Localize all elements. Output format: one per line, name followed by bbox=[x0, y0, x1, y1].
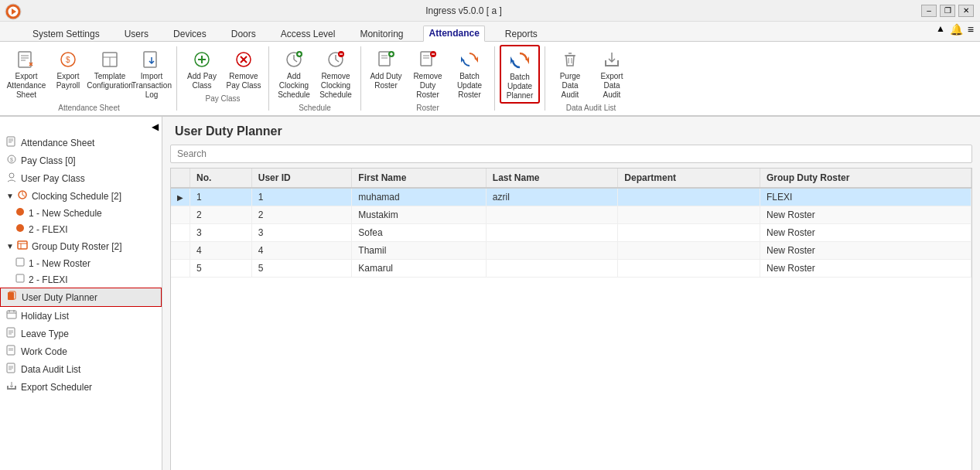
nav-item-devices[interactable]: Devices bbox=[169, 27, 211, 41]
batch-update-roster-button[interactable]: Batch UpdateRoster bbox=[449, 45, 490, 102]
toolbar-group-data-audit-label: Data Audit List bbox=[566, 104, 616, 112]
roster-2-icon bbox=[15, 274, 25, 285]
add-duty-roster-icon bbox=[375, 49, 397, 70]
restore-button[interactable]: ❐ bbox=[940, 5, 955, 17]
table-row[interactable]: ▶11muhamadazrilFLEXI bbox=[171, 188, 971, 206]
sidebar-item-leave-type[interactable]: Leave Type bbox=[0, 325, 162, 342]
chevron-up-icon[interactable]: ▲ bbox=[936, 23, 945, 36]
cell-groupDutyRoster: New Roster bbox=[760, 260, 971, 278]
table-row[interactable]: 55KamarulNew Roster bbox=[171, 260, 971, 278]
toolbar-group-schedule-label: Schedule bbox=[299, 104, 331, 112]
data-audit-list-icon bbox=[6, 363, 17, 376]
sidebar-item-data-audit-list[interactable]: Data Audit List bbox=[0, 360, 162, 378]
batch-update-planner-button[interactable]: Batch UpdatePlanner bbox=[500, 45, 540, 104]
sidebar-item-clocking-2[interactable]: 2 - FLEXI bbox=[0, 221, 162, 237]
minimize-button[interactable]: – bbox=[921, 5, 937, 17]
add-duty-roster-label: Add DutyRoster bbox=[370, 72, 401, 90]
export-data-audit-button[interactable]: ExportData Audit bbox=[592, 45, 632, 102]
nav-item-system-settings[interactable]: System Settings bbox=[28, 27, 104, 41]
sidebar-toggle[interactable]: ◀ bbox=[0, 120, 162, 134]
svg-text:$: $ bbox=[10, 157, 13, 162]
attendance-sheet-icon bbox=[6, 136, 17, 149]
export-attendance-sheet-button[interactable]: ExportAttendance Sheet bbox=[6, 45, 46, 102]
sidebar-group-duty-roster-group[interactable]: ▼ Group Duty Roster [2] bbox=[0, 237, 162, 255]
export-attendance-sheet-label: ExportAttendance Sheet bbox=[7, 72, 46, 100]
svg-rect-49 bbox=[7, 137, 15, 146]
cell-lastName: azril bbox=[486, 188, 618, 206]
nav-item-access-level[interactable]: Access Level bbox=[276, 27, 340, 41]
sidebar-item-roster-2[interactable]: 2 - FLEXI bbox=[0, 271, 162, 288]
sidebar-clocking-schedule-group[interactable]: ▼ Clocking Schedule [2] bbox=[0, 187, 162, 205]
user-duty-table: No. User ID First Name Last Name Departm… bbox=[171, 169, 971, 278]
add-pay-class-button[interactable]: Add PayClass bbox=[182, 45, 222, 93]
col-header-no: No. bbox=[190, 169, 252, 188]
import-transaction-log-label: ImportTransaction Log bbox=[131, 72, 172, 100]
sidebar-clocking-2-label: 2 - FLEXI bbox=[29, 224, 68, 235]
cell-department bbox=[618, 188, 760, 206]
clocking-schedule-group-label: Clocking Schedule [2] bbox=[32, 191, 121, 202]
table-row[interactable]: 22MustakimNew Roster bbox=[171, 206, 971, 224]
svg-point-55 bbox=[9, 173, 14, 178]
purge-data-audit-button[interactable]: Purge DataAudit bbox=[550, 45, 590, 102]
template-config-button[interactable]: TemplateConfiguration bbox=[90, 45, 130, 102]
sidebar-item-roster-1[interactable]: 1 - New Roster bbox=[0, 255, 162, 271]
remove-pay-class-button[interactable]: RemovePay Class bbox=[224, 45, 264, 93]
notification-icon[interactable]: 🔔 bbox=[950, 23, 963, 36]
user-pay-class-icon bbox=[6, 172, 17, 185]
add-clocking-schedule-button[interactable]: Add ClockingSchedule bbox=[274, 45, 314, 102]
remove-clocking-schedule-button[interactable]: Remove ClockingSchedule bbox=[316, 45, 356, 102]
nav-item-doors[interactable]: Doors bbox=[227, 27, 261, 41]
sidebar-item-attendance-sheet[interactable]: Attendance Sheet bbox=[0, 134, 162, 152]
svg-rect-68 bbox=[7, 311, 16, 318]
page-area: User Duty Planner No. User ID First Name… bbox=[162, 117, 980, 470]
nav-item-monitoring[interactable]: Monitoring bbox=[355, 27, 408, 41]
batch-update-roster-icon bbox=[459, 49, 480, 70]
cell-firstName: Kamarul bbox=[352, 260, 486, 278]
cell-department bbox=[618, 242, 760, 260]
close-button[interactable]: ✕ bbox=[958, 5, 974, 17]
export-data-audit-label: ExportData Audit bbox=[594, 72, 630, 100]
sidebar-item-user-duty-planner[interactable]: User Duty Planner bbox=[0, 288, 162, 307]
cell-firstName: Thamil bbox=[352, 242, 486, 260]
batch-update-planner-icon bbox=[509, 49, 531, 71]
cell-groupDutyRoster: New Roster bbox=[760, 224, 971, 242]
nav-bar: System Settings Users Devices Doors Acce… bbox=[0, 22, 980, 42]
toolbar-group-roster: Add DutyRoster Remove DutyRoster bbox=[366, 45, 490, 112]
add-duty-roster-button[interactable]: Add DutyRoster bbox=[366, 45, 406, 102]
nav-item-attendance[interactable]: Attendance bbox=[423, 26, 484, 42]
sidebar-item-export-scheduler[interactable]: Export Scheduler bbox=[0, 378, 162, 396]
cell-firstName: Sofea bbox=[352, 224, 486, 242]
add-pay-class-icon bbox=[191, 49, 213, 70]
group-duty-roster-group-label: Group Duty Roster [2] bbox=[32, 241, 122, 252]
col-header-group-duty-roster: Group Duty Roster bbox=[760, 169, 971, 188]
sidebar-roster-1-label: 1 - New Roster bbox=[29, 258, 90, 269]
col-header-last-name: Last Name bbox=[486, 169, 618, 188]
toolbar-group-pay-class: Add PayClass RemovePay Class Pay Class bbox=[182, 45, 264, 103]
nav-item-users[interactable]: Users bbox=[120, 27, 153, 41]
toolbar-group-schedule: Add ClockingSchedule Remove ClockingSche… bbox=[274, 45, 356, 112]
svg-rect-64 bbox=[16, 258, 24, 266]
sidebar-item-clocking-1[interactable]: 1 - New Schedule bbox=[0, 205, 162, 221]
remove-duty-roster-button[interactable]: Remove DutyRoster bbox=[408, 45, 448, 102]
export-payroll-label: ExportPayroll bbox=[56, 72, 80, 90]
sidebar-item-work-code[interactable]: Work Code bbox=[0, 342, 162, 360]
export-payroll-button[interactable]: $ ExportPayroll bbox=[48, 45, 88, 102]
svg-rect-3 bbox=[19, 52, 31, 67]
export-payroll-icon: $ bbox=[57, 49, 79, 70]
sidebar-item-holiday-list[interactable]: Holiday List bbox=[0, 307, 162, 325]
nav-item-reports[interactable]: Reports bbox=[500, 27, 542, 41]
search-input[interactable] bbox=[170, 145, 972, 163]
row-arrow: ▶ bbox=[171, 188, 190, 206]
table-container: No. User ID First Name Last Name Departm… bbox=[170, 168, 972, 470]
sidebar-user-pay-class-label: User Pay Class bbox=[21, 173, 85, 184]
table-header-row: No. User ID First Name Last Name Departm… bbox=[171, 169, 971, 188]
table-row[interactable]: 44ThamilNew Roster bbox=[171, 242, 971, 260]
table-row[interactable]: 33SofeaNew Roster bbox=[171, 224, 971, 242]
sidebar-item-pay-class[interactable]: $ Pay Class [0] bbox=[0, 152, 162, 169]
import-transaction-log-button[interactable]: ImportTransaction Log bbox=[131, 45, 172, 102]
app-logo bbox=[5, 3, 22, 22]
settings-icon[interactable]: ≡ bbox=[968, 23, 974, 36]
col-header-user-id: User ID bbox=[251, 169, 352, 188]
sidebar-item-user-pay-class[interactable]: User Pay Class bbox=[0, 169, 162, 187]
col-header-department: Department bbox=[618, 169, 760, 188]
